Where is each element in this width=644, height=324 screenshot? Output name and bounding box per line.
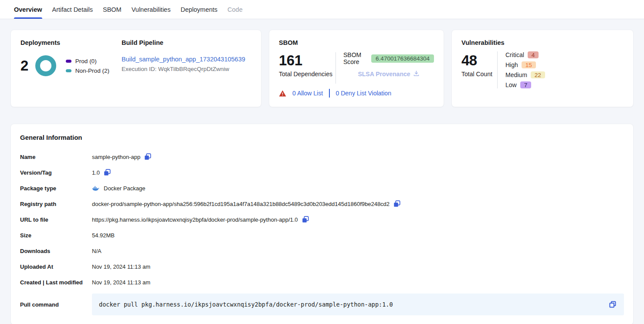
tab-deployments[interactable]: Deployments <box>180 0 217 19</box>
sbom-title: SBOM <box>279 39 434 46</box>
slsa-provenance-link[interactable]: SLSA Provenance <box>358 70 419 78</box>
info-row-name: Name sample-python-app <box>20 149 624 165</box>
info-row-url: URL to file https://pkg.harness.io/ikpsj… <box>20 212 624 227</box>
severity-row-low: Low 7 <box>505 81 545 88</box>
info-value: docker-prod/sample-python-app/sha256:596… <box>92 201 390 207</box>
info-value: N/A <box>92 248 102 254</box>
info-label: Version/Tag <box>20 169 92 176</box>
info-row-size: Size 54.92MB <box>20 227 624 243</box>
severity-count-badge: 22 <box>531 71 545 78</box>
tab-artifact-details[interactable]: Artifact Details <box>52 0 93 19</box>
info-row-version: Version/Tag 1.0 <box>20 165 624 180</box>
severity-row-high: High 15 <box>505 61 545 68</box>
copy-icon[interactable] <box>608 300 617 309</box>
info-value: sample-python-app <box>92 154 140 160</box>
deployments-stats: 2 Prod (0) Non-Prod (2) <box>20 55 122 76</box>
severity-list: Critical 4 High 15 Medium 22 Low 7 <box>505 51 545 88</box>
info-row-created-modified: Created | Last modified Nov 19, 2024 11:… <box>20 274 624 290</box>
deny-list-link[interactable]: 0 Deny List Violation <box>336 90 391 97</box>
copy-icon[interactable] <box>302 216 309 223</box>
summary-cards-row: Deployments 2 Prod (0) Non-Prod (2) <box>10 30 634 107</box>
nonprod-legend-label: Non-Prod (2) <box>75 68 109 74</box>
vulnerabilities-total: 48 <box>461 53 497 68</box>
build-pipeline-title: Build Pipeline <box>122 39 251 46</box>
legend-item-nonprod: Non-Prod (2) <box>66 68 109 74</box>
info-label: Created | Last modified <box>20 279 92 286</box>
severity-label: Medium <box>505 71 527 78</box>
tab-bar: Overview Artifact Details SBOM Vulnerabi… <box>0 0 644 19</box>
deployments-title: Deployments <box>20 39 122 46</box>
allow-list-link[interactable]: 0 Allow List <box>292 90 323 97</box>
vulnerabilities-total-label: Total Count <box>461 71 497 78</box>
info-row-registry-path: Registry path docker-prod/sample-python-… <box>20 196 624 212</box>
legend-item-prod: Prod (0) <box>66 58 109 64</box>
sbom-card: SBOM 161 Total Dependencies SBOM Score 6… <box>269 30 444 107</box>
severity-count-badge: 7 <box>520 81 532 88</box>
prod-legend-dot <box>66 60 71 63</box>
vulnerabilities-total-block: 48 Total Count <box>461 51 497 88</box>
info-row-uploaded-at: Uploaded At Nov 19, 2024 11:13 am <box>20 259 624 274</box>
info-label: Pull command <box>20 301 92 308</box>
download-icon <box>413 70 420 78</box>
info-value: Nov 19, 2024 11:13 am <box>92 263 150 270</box>
sbom-score-row: SBOM Score 6.470017636684304 <box>343 51 434 65</box>
info-value: Nov 19, 2024 11:13 am <box>92 279 150 286</box>
sbom-policy-links: 0 Allow List 0 Deny List Violation <box>279 89 434 98</box>
copy-icon[interactable] <box>393 200 401 208</box>
info-row-downloads: Downloads N/A <box>20 243 624 259</box>
sbom-score-label: SBOM Score <box>343 51 368 65</box>
page-content: Deployments 2 Prod (0) Non-Prod (2) <box>0 19 644 324</box>
pipeline-link[interactable]: Build_sample_python_app_1732043105639 <box>122 56 245 63</box>
prod-legend-label: Prod (0) <box>75 58 97 64</box>
warning-icon <box>279 90 286 97</box>
deployments-card: Deployments 2 Prod (0) Non-Prod (2) <box>10 30 261 107</box>
copy-icon[interactable] <box>103 169 111 176</box>
nonprod-legend-dot <box>66 69 71 72</box>
severity-label: Critical <box>505 51 524 58</box>
info-value: 1.0 <box>92 169 100 176</box>
copy-icon[interactable] <box>144 153 152 161</box>
info-row-pull-command: Pull command docker pull pkg.harness.io/… <box>20 294 624 315</box>
severity-count-badge: 15 <box>522 61 536 68</box>
info-value: Docker Package <box>104 185 145 192</box>
sbom-total-label: Total Dependencies <box>279 71 336 78</box>
links-divider <box>329 89 330 98</box>
sbom-score-block: SBOM Score 6.470017636684304 SLSA Proven… <box>336 51 434 87</box>
vulnerabilities-divider <box>497 51 498 88</box>
general-information-title: General Information <box>20 134 624 141</box>
tab-sbom[interactable]: SBOM <box>103 0 122 19</box>
info-row-package-type: Package type Docker Package <box>20 180 624 196</box>
severity-count-badge: 4 <box>528 51 539 58</box>
tab-vulnerabilities[interactable]: Vulnerabilities <box>132 0 171 19</box>
vulnerabilities-stats: 48 Total Count Critical 4 High 15 Medium <box>461 51 624 88</box>
info-label: Registry path <box>20 201 92 207</box>
info-label: Size <box>20 232 92 239</box>
pull-command-text: docker pull pkg.harness.io/ikpsjoavtcwxn… <box>99 301 608 308</box>
vulnerabilities-title: Vulnerabilities <box>461 39 624 46</box>
info-label: Downloads <box>20 248 92 254</box>
severity-row-medium: Medium 22 <box>505 71 545 78</box>
vulnerabilities-card: Vulnerabilities 48 Total Count Critical … <box>451 30 634 107</box>
severity-label: High <box>505 61 518 68</box>
execution-id-text: Execution ID: WqkTilbBRqecQrpDtZwniw <box>122 66 251 72</box>
info-label: URL to file <box>20 216 92 223</box>
build-pipeline-section: Build Pipeline Build_sample_python_app_1… <box>122 39 251 98</box>
severity-label: Low <box>505 81 517 88</box>
sbom-score-badge: 6.470017636684304 <box>371 54 434 63</box>
deployments-donut-chart <box>35 55 56 76</box>
deployments-total: 2 <box>20 57 28 74</box>
tab-overview[interactable]: Overview <box>14 0 42 19</box>
slsa-provenance-label: SLSA Provenance <box>358 71 410 78</box>
severity-row-critical: Critical 4 <box>505 51 545 58</box>
tab-code[interactable]: Code <box>227 0 243 19</box>
general-information-card: General Information Name sample-python-a… <box>10 124 634 324</box>
sbom-total-block: 161 Total Dependencies <box>279 51 336 87</box>
info-value: 54.92MB <box>92 232 115 239</box>
info-label: Name <box>20 154 92 160</box>
deployments-section: Deployments 2 Prod (0) Non-Prod (2) <box>20 39 122 98</box>
docker-icon <box>92 186 99 191</box>
sbom-total: 161 <box>279 53 336 68</box>
info-label: Uploaded At <box>20 263 92 270</box>
pull-command-box: docker pull pkg.harness.io/ikpsjoavtcwxn… <box>92 294 624 315</box>
sbom-stats: 161 Total Dependencies SBOM Score 6.4700… <box>279 51 434 87</box>
